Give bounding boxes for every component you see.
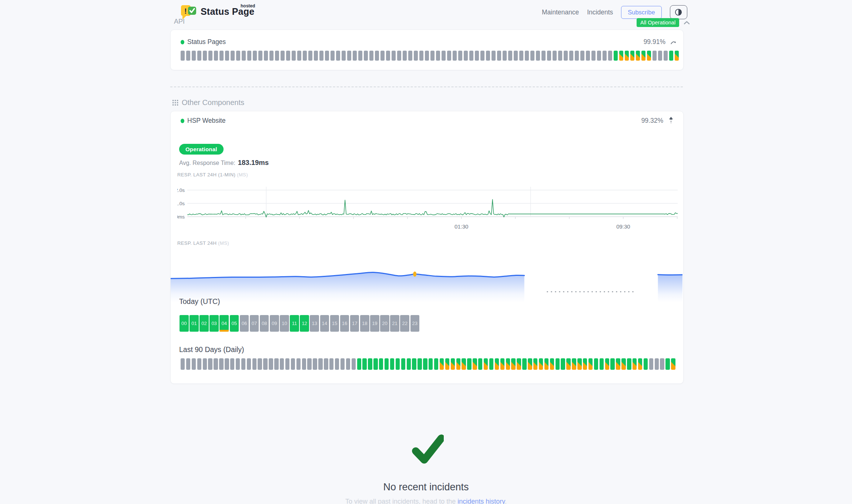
- uptime-bar[interactable]: [530, 51, 534, 61]
- daily-uptime-bar[interactable]: [423, 358, 427, 370]
- daily-uptime-bar[interactable]: [522, 358, 526, 370]
- daily-uptime-bar[interactable]: [429, 358, 433, 370]
- uptime-bar[interactable]: [331, 51, 335, 61]
- daily-uptime-bar[interactable]: [533, 358, 537, 370]
- daily-uptime-bar[interactable]: [633, 358, 637, 370]
- uptime-bar[interactable]: [203, 51, 207, 61]
- uptime-bar[interactable]: [536, 51, 540, 61]
- hour-block-19[interactable]: 19: [370, 315, 379, 332]
- uptime-bar[interactable]: [353, 51, 357, 61]
- daily-uptime-bar[interactable]: [379, 358, 383, 370]
- daily-uptime-bar[interactable]: [440, 358, 444, 370]
- daily-uptime-bar[interactable]: [307, 358, 311, 370]
- daily-uptime-bar[interactable]: [671, 358, 675, 370]
- uptime-bar[interactable]: [436, 51, 440, 61]
- daily-uptime-bar[interactable]: [341, 358, 345, 370]
- uptime-bar[interactable]: [281, 51, 285, 61]
- uptime-bar[interactable]: [214, 51, 218, 61]
- uptime-bar[interactable]: [675, 51, 679, 61]
- daily-uptime-bar[interactable]: [357, 358, 361, 370]
- hour-block-07[interactable]: 07: [250, 315, 259, 332]
- uptime-bar[interactable]: [619, 51, 623, 61]
- daily-uptime-bar[interactable]: [489, 358, 493, 370]
- daily-uptime-bar[interactable]: [660, 358, 664, 370]
- daily-uptime-bar[interactable]: [385, 358, 389, 370]
- uptime-bar[interactable]: [414, 51, 418, 61]
- uptime-bar[interactable]: [231, 51, 235, 61]
- uptime-bar[interactable]: [264, 51, 268, 61]
- uptime-bar[interactable]: [653, 51, 657, 61]
- hour-block-06[interactable]: 06: [240, 315, 249, 332]
- daily-uptime-bar[interactable]: [605, 358, 609, 370]
- uptime-bar[interactable]: [292, 51, 296, 61]
- uptime-bar[interactable]: [192, 51, 196, 61]
- daily-uptime-bar[interactable]: [263, 358, 267, 370]
- daily-uptime-bar[interactable]: [407, 358, 411, 370]
- daily-uptime-bar[interactable]: [296, 358, 301, 370]
- daily-uptime-bar[interactable]: [506, 358, 510, 370]
- uptime-bar[interactable]: [253, 51, 257, 61]
- uptime-bar[interactable]: [541, 51, 546, 61]
- uptime-bar[interactable]: [181, 51, 185, 61]
- daily-uptime-bar[interactable]: [258, 358, 262, 370]
- uptime-bar[interactable]: [336, 51, 340, 61]
- uptime-bar[interactable]: [647, 51, 651, 61]
- daily-uptime-bar[interactable]: [186, 358, 190, 370]
- uptime-bar[interactable]: [303, 51, 307, 61]
- uptime-bar[interactable]: [375, 51, 379, 61]
- daily-uptime-bar[interactable]: [665, 358, 670, 370]
- daily-uptime-bar[interactable]: [280, 358, 284, 370]
- daily-uptime-bar[interactable]: [203, 358, 207, 370]
- daily-uptime-bar[interactable]: [528, 358, 532, 370]
- uptime-bar[interactable]: [486, 51, 490, 61]
- uptime-bar[interactable]: [308, 51, 312, 61]
- uptime-bar[interactable]: [319, 51, 323, 61]
- daily-uptime-bar[interactable]: [346, 358, 350, 370]
- uptime-bar[interactable]: [286, 51, 290, 61]
- daily-uptime-bar[interactable]: [291, 358, 295, 370]
- daily-uptime-bar[interactable]: [544, 358, 549, 370]
- uptime-bar[interactable]: [408, 51, 412, 61]
- daily-uptime-bar[interactable]: [197, 358, 201, 370]
- daily-uptime-bar[interactable]: [616, 358, 620, 370]
- daily-uptime-bar[interactable]: [434, 358, 438, 370]
- daily-uptime-bar[interactable]: [451, 358, 455, 370]
- daily-uptime-bar[interactable]: [566, 358, 570, 370]
- theme-toggle-button[interactable]: [670, 5, 687, 19]
- uptime-bar[interactable]: [242, 51, 246, 61]
- hour-block-10[interactable]: 10: [280, 315, 289, 332]
- daily-uptime-bar[interactable]: [577, 358, 581, 370]
- nav-maintenance[interactable]: Maintenance: [542, 9, 579, 16]
- response-time-area-chart[interactable]: [171, 258, 682, 302]
- hour-block-00[interactable]: 00: [180, 315, 189, 332]
- daily-uptime-bar[interactable]: [467, 358, 471, 370]
- daily-uptime-bar[interactable]: [572, 358, 576, 370]
- daily-uptime-bar[interactable]: [247, 358, 251, 370]
- uptime-bar[interactable]: [386, 51, 390, 61]
- daily-uptime-bar[interactable]: [456, 358, 460, 370]
- uptime-bar[interactable]: [547, 51, 551, 61]
- uptime-bar[interactable]: [186, 51, 190, 61]
- daily-uptime-bar[interactable]: [473, 358, 477, 370]
- uptime-bar[interactable]: [447, 51, 451, 61]
- uptime-bar[interactable]: [580, 51, 584, 61]
- uptime-bar[interactable]: [664, 51, 668, 61]
- uptime-bar[interactable]: [458, 51, 462, 61]
- daily-uptime-bar[interactable]: [225, 358, 229, 370]
- daily-uptime-bar[interactable]: [484, 358, 488, 370]
- uptime-bar[interactable]: [258, 51, 262, 61]
- uptime-bar[interactable]: [297, 51, 301, 61]
- hour-block-23[interactable]: 23: [410, 315, 420, 332]
- uptime-bar[interactable]: [508, 51, 512, 61]
- daily-uptime-bar[interactable]: [302, 358, 306, 370]
- daily-uptime-bar[interactable]: [313, 358, 317, 370]
- daily-uptime-bar[interactable]: [583, 358, 587, 370]
- daily-uptime-bar[interactable]: [230, 358, 234, 370]
- hour-block-11[interactable]: 11: [290, 315, 299, 332]
- uptime-bar[interactable]: [469, 51, 473, 61]
- hour-block-18[interactable]: 18: [360, 315, 369, 332]
- uptime-bar[interactable]: [658, 51, 662, 61]
- daily-uptime-bar[interactable]: [462, 358, 466, 370]
- daily-uptime-bar[interactable]: [214, 358, 218, 370]
- uptime-bar[interactable]: [514, 51, 518, 61]
